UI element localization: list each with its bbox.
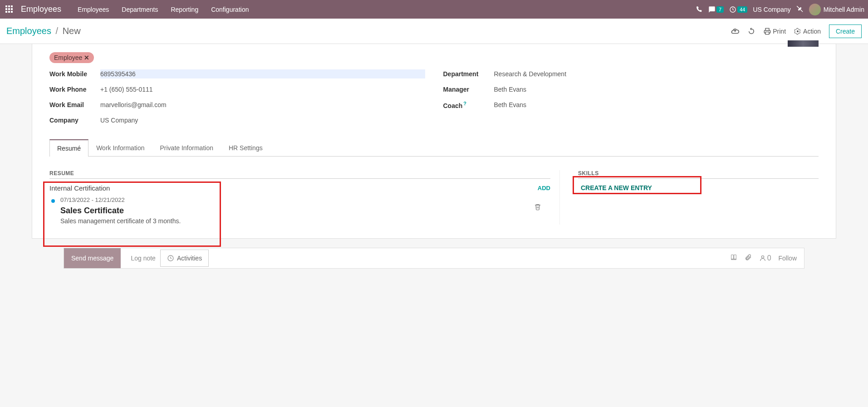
timeline-dot-icon [51,199,55,203]
breadcrumb-root[interactable]: Employees [6,26,51,36]
menu-employees[interactable]: Employees [73,6,113,13]
breadcrumb-current: New [63,26,81,36]
tabs: Resumé Work Information Private Informat… [49,139,819,157]
tab-work-info[interactable]: Work Information [88,139,152,157]
messages-badge: 7 [716,6,724,13]
svg-point-1 [797,30,799,32]
form-grid: Work Mobile6895395436 Work Phone+1 (650)… [49,69,819,131]
employee-photo[interactable] [788,40,819,47]
breadcrumb-sep: / [56,26,59,36]
field-work-email[interactable]: marvelloris@gmail.com [100,100,425,109]
topbar: Employees Employees Departments Reportin… [0,0,868,19]
label-company: Company [49,117,100,124]
content: Employee ✕ Work Mobile6895395436 Work Ph… [0,44,868,287]
chatter-right: 0 Follow [730,254,804,263]
tab-hr-settings[interactable]: HR Settings [221,139,270,157]
tab-private-info[interactable]: Private Information [152,139,221,157]
menu-departments[interactable]: Departments [117,6,162,13]
skills-column: SKILLS CREATE A NEW ENTRY [578,170,819,225]
log-note-button[interactable]: Log note [126,255,160,262]
label-manager: Manager [443,86,494,93]
cert-block: Internal Certification ADD 07/13/2022 - … [49,181,550,225]
tab-resume[interactable]: Resumé [49,139,88,157]
discard-icon[interactable] [747,27,755,35]
tag-employee[interactable]: Employee ✕ [49,52,94,63]
label-work-phone: Work Phone [49,86,100,93]
label-work-mobile: Work Mobile [49,70,100,78]
field-coach[interactable]: Beth Evans [494,100,819,109]
form-card: Employee ✕ Work Mobile6895395436 Work Ph… [32,44,836,239]
trash-icon[interactable] [534,203,541,212]
debug-icon[interactable] [796,6,804,13]
tab-content: RESUME Internal Certification ADD 07/13/… [49,157,819,225]
menu-reporting[interactable]: Reporting [166,6,203,13]
create-skill-entry[interactable]: CREATE A NEW ENTRY [578,179,819,197]
topbar-right: 7 44 US Company Mitchell Admin [696,4,864,15]
activities-badge: 44 [737,6,747,13]
add-resume-entry[interactable]: ADD [538,185,550,191]
voip-icon[interactable] [696,6,703,13]
actionbar: Employees / New Print Action Create [0,19,868,44]
skills-section-title: SKILLS [578,170,819,179]
create-button[interactable]: Create [829,25,862,38]
form-col-left: Work Mobile6895395436 Work Phone+1 (650)… [49,69,425,131]
messages-icon[interactable]: 7 [708,6,724,13]
label-coach: Coach? [443,101,494,109]
cert-desc: Sales management certificate of 3 months… [60,217,550,225]
chatter: Send message Log note Activities 0 Follo… [64,248,804,269]
app-title[interactable]: Employees [21,5,61,14]
user-menu[interactable]: Mitchell Admin [809,4,864,15]
attachment-icon[interactable] [745,254,752,263]
cert-dates: 07/13/2022 - 12/21/2022 [60,196,550,203]
company-switcher[interactable]: US Company [753,6,790,13]
print-button[interactable]: Print [764,28,786,35]
form-col-right: DepartmentResearch & Development Manager… [443,69,819,131]
cert-type: Internal Certification [49,184,110,192]
cert-title: Sales Certificate [60,206,550,216]
svg-point-3 [761,256,764,258]
avatar [809,4,821,15]
menu-configuration[interactable]: Configuration [206,6,253,13]
breadcrumb: Employees / New [6,26,81,36]
tags-row: Employee ✕ [49,52,819,63]
field-work-mobile[interactable]: 6895395436 [100,69,425,78]
activities-icon[interactable]: 44 [729,6,747,13]
cloud-icon[interactable] [731,27,739,35]
field-company[interactable]: US Company [100,116,425,125]
resume-column: RESUME Internal Certification ADD 07/13/… [49,170,560,225]
topbar-left: Employees Employees Departments Reportin… [4,5,253,14]
field-work-phone[interactable]: +1 (650) 555-0111 [100,85,425,94]
activities-button[interactable]: Activities [160,250,209,267]
cert-item[interactable]: 07/13/2022 - 12/21/2022 Sales Certificat… [49,196,550,225]
label-department: Department [443,70,494,78]
followers-icon[interactable]: 0 [759,254,771,262]
label-work-email: Work Email [49,101,100,108]
apps-icon[interactable] [5,5,14,14]
book-icon[interactable] [730,254,737,263]
field-department[interactable]: Research & Development [494,69,819,78]
field-manager[interactable]: Beth Evans [494,85,819,94]
resume-section-title: RESUME [49,170,550,179]
action-button[interactable]: Action [794,28,821,35]
send-message-button[interactable]: Send message [64,248,121,268]
tag-remove-icon[interactable]: ✕ [84,54,89,61]
follow-button[interactable]: Follow [779,255,797,262]
actionbar-right: Print Action Create [731,25,862,38]
help-icon[interactable]: ? [463,101,466,106]
